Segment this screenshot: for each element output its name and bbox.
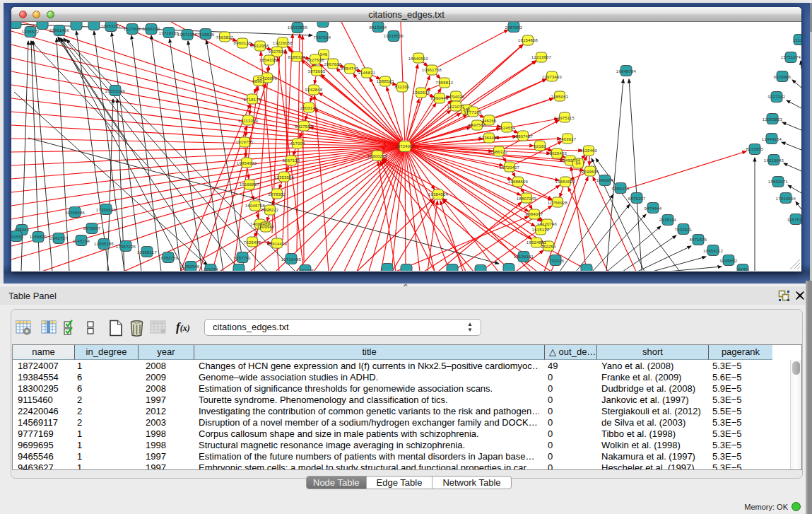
svg-text:15692971: 15692971	[768, 180, 789, 184]
svg-text:9463627: 9463627	[559, 137, 577, 141]
svg-text:10961758: 10961758	[422, 68, 442, 72]
svg-text:546: 546	[320, 52, 328, 57]
svg-text:16914479: 16914479	[267, 242, 288, 246]
svg-text:9657791: 9657791	[234, 256, 252, 260]
svg-text:7625402: 7625402	[244, 240, 261, 245]
svg-text:1588520: 1588520	[377, 79, 394, 83]
svg-text:9084067: 9084067	[526, 212, 543, 216]
svg-text:2803144: 2803144	[300, 106, 318, 110]
svg-text:9474444: 9474444	[645, 206, 662, 211]
svg-text:15716485: 15716485	[281, 257, 302, 262]
svg-text:1615132: 1615132	[532, 228, 550, 232]
svg-text:21364436: 21364436	[479, 136, 500, 140]
svg-text:11121: 11121	[794, 38, 801, 42]
svg-text:12353594: 12353594	[274, 175, 295, 180]
svg-text:9242848: 9242848	[305, 88, 323, 92]
svg-text:19218506: 19218506	[384, 34, 404, 38]
svg-text:9327506: 9327506	[269, 49, 286, 54]
svg-text:10653267: 10653267	[101, 24, 122, 28]
svg-text:12505185: 12505185	[94, 242, 114, 246]
svg-text:19654923: 19654923	[555, 180, 576, 184]
svg-text:3875685: 3875685	[308, 69, 326, 74]
svg-text:8813054: 8813054	[370, 25, 387, 30]
svg-text:9389233: 9389233	[612, 187, 630, 191]
svg-text:9777169: 9777169	[464, 110, 482, 115]
svg-text:14136141: 14136141	[514, 255, 534, 259]
svg-text:7485063: 7485063	[551, 95, 569, 99]
svg-text:16782759: 16782759	[158, 256, 179, 260]
svg-text:10654112: 10654112	[703, 249, 723, 253]
svg-text:18300295: 18300295	[367, 154, 388, 158]
svg-text:8498222: 8498222	[261, 208, 279, 212]
svg-text:9975867: 9975867	[83, 226, 101, 230]
svg-text:1640954: 1640954	[596, 178, 614, 182]
svg-text:7632621: 7632621	[675, 228, 693, 232]
svg-text:832203: 832203	[394, 85, 410, 89]
svg-text:12093823: 12093823	[763, 117, 783, 122]
svg-text:15640910: 15640910	[408, 57, 429, 61]
svg-text:8427552: 8427552	[295, 124, 313, 129]
svg-text:9327508: 9327508	[307, 58, 324, 62]
svg-text:16648784: 16648784	[616, 69, 637, 74]
svg-text:1156829: 1156829	[30, 235, 47, 239]
svg-text:9146821: 9146821	[358, 71, 376, 75]
svg-text:98901: 98901	[252, 79, 265, 83]
svg-text:8454749: 8454749	[341, 66, 359, 71]
svg-text:20206586: 20206586	[65, 211, 86, 215]
svg-text:2087682: 2087682	[505, 25, 523, 30]
svg-text:10973493: 10973493	[542, 75, 563, 79]
svg-text:6966160: 6966160	[143, 27, 160, 31]
svg-text:10671355: 10671355	[177, 33, 198, 37]
svg-text:2935114: 2935114	[659, 218, 677, 222]
svg-text:20053346: 20053346	[105, 89, 126, 93]
svg-text:10756928: 10756928	[548, 201, 568, 205]
svg-text:2718176: 2718176	[244, 98, 261, 102]
svg-text:6879197: 6879197	[628, 197, 646, 201]
svg-text:12213967: 12213967	[531, 55, 552, 59]
svg-text:1527602: 1527602	[124, 27, 141, 31]
svg-text:16154808: 16154808	[518, 38, 539, 42]
svg-text:10958117: 10958117	[137, 250, 157, 255]
svg-text:3624554: 3624554	[498, 126, 516, 130]
svg-text:2942757: 2942757	[50, 236, 68, 240]
svg-text:7955812: 7955812	[436, 81, 454, 85]
svg-text:20691406: 20691406	[49, 28, 70, 33]
svg-text:15751074: 15751074	[781, 55, 801, 59]
svg-text:10719155: 10719155	[159, 31, 180, 35]
svg-text:391591: 391591	[11, 235, 24, 239]
svg-text:16543382: 16543382	[259, 58, 280, 62]
svg-text:9699695: 9699695	[582, 170, 599, 174]
svg-text:16210643: 16210643	[764, 158, 784, 163]
svg-text:1292346: 1292346	[297, 269, 314, 271]
svg-text:15720407: 15720407	[500, 165, 520, 170]
svg-text:9227342: 9227342	[768, 95, 786, 99]
svg-text:2867608: 2867608	[324, 62, 342, 66]
svg-text:1733426: 1733426	[547, 259, 565, 263]
svg-text:9245: 9245	[738, 267, 748, 271]
svg-text:129234: 129234	[203, 267, 218, 271]
svg-text:252254: 252254	[541, 245, 556, 249]
svg-text:3267130: 3267130	[283, 158, 300, 163]
svg-text:1167533: 1167533	[787, 218, 801, 222]
svg-text:13226058: 13226058	[273, 41, 293, 45]
svg-text:8990448: 8990448	[431, 96, 449, 100]
svg-text:19166827: 19166827	[240, 182, 260, 187]
svg-text:62160: 62160	[534, 144, 546, 148]
svg-text:7357224: 7357224	[314, 35, 331, 40]
svg-text:16033809: 16033809	[288, 25, 308, 30]
svg-text:1292346: 1292346	[182, 264, 200, 269]
svg-text:17957225: 17957225	[116, 245, 136, 249]
svg-text:9115460: 9115460	[580, 148, 598, 153]
svg-text:16120746: 16120746	[537, 222, 558, 226]
svg-text:8912958: 8912958	[252, 44, 269, 48]
svg-text:9329966: 9329966	[774, 75, 792, 79]
svg-text:8471676: 8471676	[690, 238, 707, 242]
svg-text:7515526: 7515526	[197, 33, 215, 37]
svg-text:8215955: 8215955	[746, 147, 764, 151]
svg-text:7663822: 7663822	[216, 35, 234, 40]
svg-text:10688609: 10688609	[508, 180, 529, 184]
svg-text:10807487: 10807487	[513, 134, 534, 139]
svg-text:9245652: 9245652	[720, 259, 738, 263]
svg-text:8186328: 8186328	[288, 55, 306, 59]
svg-text:18724007: 18724007	[395, 144, 416, 148]
